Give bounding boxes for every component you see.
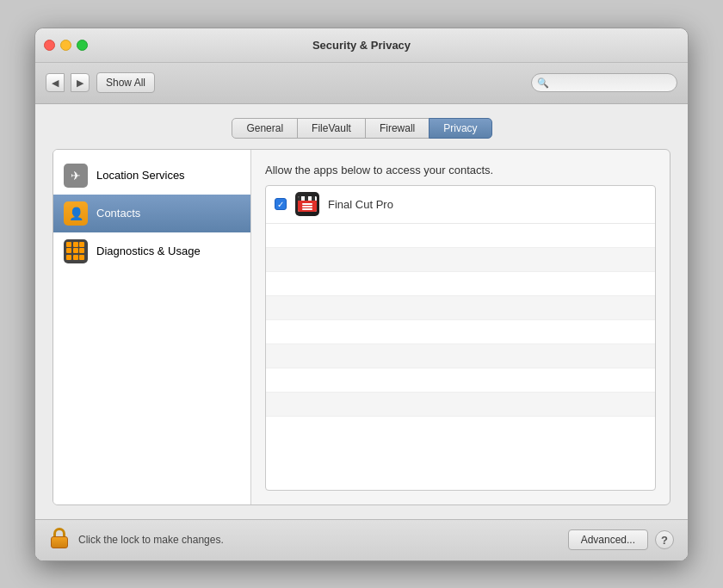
bottom-right: Advanced... ? xyxy=(568,529,674,550)
help-button[interactable]: ? xyxy=(655,530,674,549)
main-window: Security & Privacy ◀ ▶ Show All 🔍 Genera… xyxy=(34,28,689,561)
app-list-empty-row-4 xyxy=(266,296,655,320)
contacts-icon: 👤 xyxy=(64,201,88,226)
titlebar: Security & Privacy xyxy=(35,28,688,63)
app-list-empty-row-3 xyxy=(266,272,655,296)
sidebar-label-diagnostics: Diagnostics & Usage xyxy=(96,244,201,257)
app-item-finalcutpro[interactable]: ✓ xyxy=(266,186,655,224)
show-all-button[interactable]: Show All xyxy=(96,72,155,93)
traffic-lights xyxy=(44,40,88,51)
sidebar: ✈ Location Services 👤 Contacts Diagnosti… xyxy=(53,150,251,504)
app-name-finalcutpro: Final Cut Pro xyxy=(328,198,393,211)
back-button[interactable]: ◀ xyxy=(46,73,65,92)
sidebar-label-contacts: Contacts xyxy=(96,207,140,220)
app-checkbox-finalcutpro[interactable]: ✓ xyxy=(275,198,287,210)
access-description: Allow the apps below to access your cont… xyxy=(265,164,656,176)
app-list-empty-row-7 xyxy=(266,368,655,393)
tab-general[interactable]: General xyxy=(232,118,298,139)
sidebar-item-diagnostics[interactable]: Diagnostics & Usage xyxy=(53,232,250,270)
tab-firewall[interactable]: Firewall xyxy=(365,118,429,139)
search-input[interactable] xyxy=(531,73,677,92)
minimize-button[interactable] xyxy=(60,40,71,51)
lock-icon[interactable] xyxy=(49,528,70,552)
close-button[interactable] xyxy=(44,40,55,51)
tab-privacy[interactable]: Privacy xyxy=(429,118,491,139)
app-list-empty-row-1 xyxy=(266,224,655,248)
content-area: General FileVault Firewall Privacy ✈ Loc… xyxy=(35,104,688,519)
diagnostics-icon xyxy=(64,239,88,263)
location-icon: ✈ xyxy=(64,164,88,188)
sidebar-label-location: Location Services xyxy=(96,169,185,182)
app-list-empty-row-8 xyxy=(266,393,655,417)
app-list-empty-row-2 xyxy=(266,248,655,272)
finalcutpro-icon xyxy=(295,192,319,216)
sidebar-item-contacts[interactable]: 👤 Contacts xyxy=(53,195,250,232)
forward-button[interactable]: ▶ xyxy=(71,73,90,92)
main-panel: ✈ Location Services 👤 Contacts Diagnosti… xyxy=(53,149,670,505)
app-list-empty-row-5 xyxy=(266,320,655,344)
window-title: Security & Privacy xyxy=(312,39,411,52)
toolbar: ◀ ▶ Show All 🔍 xyxy=(35,63,688,104)
search-container: 🔍 xyxy=(531,73,677,92)
advanced-button[interactable]: Advanced... xyxy=(568,529,648,550)
app-list-empty-row-6 xyxy=(266,344,655,368)
tab-bar: General FileVault Firewall Privacy xyxy=(53,118,670,139)
sidebar-item-location[interactable]: ✈ Location Services xyxy=(53,157,250,195)
right-panel: Allow the apps below to access your cont… xyxy=(251,150,670,504)
lock-body xyxy=(51,536,68,548)
tab-filevault[interactable]: FileVault xyxy=(297,118,366,139)
app-list: ✓ xyxy=(265,185,656,491)
maximize-button[interactable] xyxy=(77,40,88,51)
bottom-bar: Click the lock to make changes. Advanced… xyxy=(35,519,688,560)
lock-shackle xyxy=(53,528,65,536)
lock-text: Click the lock to make changes. xyxy=(78,534,224,546)
